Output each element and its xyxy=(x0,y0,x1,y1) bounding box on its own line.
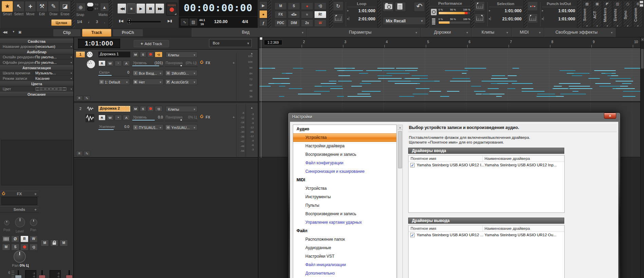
midi-note[interactable] xyxy=(378,78,402,79)
snap-duration-button[interactable]: Целая xyxy=(51,19,72,26)
stop-button[interactable]: ■ xyxy=(127,3,136,14)
read-automation-button[interactable]: R xyxy=(20,236,29,242)
track1-archive-button[interactable]: A xyxy=(123,60,130,66)
nav-item[interactable]: Дополнительно xyxy=(293,269,396,278)
midi-note[interactable] xyxy=(298,94,321,94)
midi-note[interactable] xyxy=(447,91,459,92)
midi-note[interactable] xyxy=(554,86,562,87)
property-row[interactable]: Название дорожки(несколько)▾ xyxy=(0,44,73,49)
mix-≈-button[interactable]: ≈ xyxy=(301,11,313,18)
mix-S-button[interactable]: S xyxy=(288,2,300,10)
selection-start-icon[interactable] xyxy=(475,1,485,11)
punch-out-row[interactable]: ▸▏1:01:000 xyxy=(542,15,576,23)
scroll-up-icon[interactable]: ▲ xyxy=(398,125,402,130)
midi-note[interactable] xyxy=(351,86,362,87)
nav-item[interactable]: Настройки VST xyxy=(293,252,396,261)
midi-note[interactable] xyxy=(611,75,618,76)
midi-note[interactable] xyxy=(595,83,611,84)
midi-note[interactable] xyxy=(357,94,370,94)
midi-note[interactable] xyxy=(263,68,272,69)
track1-name[interactable]: Дорожка 1 xyxy=(98,52,130,57)
nav-item[interactable]: Устройства xyxy=(293,184,396,193)
midi-note[interactable] xyxy=(286,73,292,74)
midi-note[interactable] xyxy=(390,81,411,81)
property-row[interactable]: Офлайн рендерингПо умолча...▾ xyxy=(0,60,73,65)
track1-patch-dropdown[interactable]: PAcstcGtrSt▼ xyxy=(165,79,197,85)
track2-pan-slider[interactable]: Панорама0% Ц xyxy=(165,114,197,121)
midi-note[interactable] xyxy=(416,88,430,89)
midi-note[interactable] xyxy=(616,88,635,89)
track1-input-dropdown[interactable]: IВсе Вход...▼ xyxy=(132,70,164,76)
driver-friendly-name[interactable]: Yamaha Steinberg USB ASIO UR12 I... xyxy=(417,163,485,167)
driver-checkbox[interactable]: ✓ xyxy=(410,163,415,167)
timeline-ruler[interactable]: 1:2:369 2345678910 xyxy=(259,37,644,48)
punch-from-selection-icon[interactable] xyxy=(528,14,538,23)
midi-note[interactable] xyxy=(512,68,519,69)
collapse-left-icon[interactable]: ◀◀ xyxy=(3,30,6,34)
nav-scrollbar[interactable]: ▲ xyxy=(397,125,403,278)
undock-icon[interactable]: ▣ xyxy=(18,30,21,34)
midi-note[interactable] xyxy=(405,70,417,71)
midi-note[interactable] xyxy=(537,94,555,94)
tab-proch[interactable]: ProCh xyxy=(113,29,143,37)
driver-friendly-name[interactable]: Yamaha Steinberg USB ASIO UR12 ... xyxy=(417,233,484,237)
track1-freeze-button[interactable]: * xyxy=(115,60,122,66)
post-knob[interactable] xyxy=(4,220,10,225)
scroll-up-icon[interactable]: ▲ xyxy=(641,38,644,41)
write-automation-button[interactable]: W xyxy=(30,236,38,242)
midi-note[interactable] xyxy=(588,78,600,79)
now-time-display[interactable]: 1:01:000 xyxy=(78,39,120,48)
description-box[interactable] xyxy=(1,140,72,185)
track1-clip-lane[interactable] xyxy=(259,48,644,102)
tool-erase-button[interactable]: Erase xyxy=(59,1,71,16)
midi-note[interactable] xyxy=(605,73,612,74)
midi-note[interactable] xyxy=(467,68,479,69)
record-arm-mini-button[interactable]: ● xyxy=(259,10,267,18)
nav-item[interactable]: Файл инициализации xyxy=(293,261,396,269)
midi-note[interactable] xyxy=(599,86,620,87)
nav-item[interactable]: Файл конфигурации xyxy=(293,159,396,167)
punch-record-icon[interactable]: ▸●◂ xyxy=(528,1,538,11)
nav-item[interactable]: Управление картами ударных xyxy=(293,218,396,227)
track1-write-button[interactable]: W xyxy=(107,60,114,66)
midi-note[interactable] xyxy=(574,73,589,74)
mix-●-button[interactable]: ● xyxy=(301,2,313,10)
midi-note[interactable] xyxy=(366,70,382,71)
nav-item[interactable]: Воспроизведение и запись xyxy=(293,150,396,159)
midi-note[interactable] xyxy=(499,81,517,81)
midi-note[interactable] xyxy=(329,81,337,81)
mix-•))-button[interactable]: •)) xyxy=(314,2,326,10)
track2-arm-button[interactable] xyxy=(147,106,154,112)
fx-power-icon[interactable] xyxy=(200,115,203,118)
property-row[interactable]: Онлайн рендерингПо умолча...▾ xyxy=(0,54,73,60)
track1-fx-bin[interactable]: FX+ xyxy=(200,60,236,66)
midi-note[interactable] xyxy=(560,94,570,94)
track2-number[interactable]: 2 xyxy=(76,106,85,112)
add-track-button[interactable]: +Add Track xyxy=(134,40,169,47)
track1-solo-button[interactable]: S xyxy=(140,52,146,57)
fader3-cap[interactable] xyxy=(66,275,73,278)
midi-note[interactable] xyxy=(462,73,467,74)
undo-button[interactable]: ↶ xyxy=(414,2,425,12)
lock-button[interactable] xyxy=(50,240,58,246)
midi-note[interactable] xyxy=(377,68,390,69)
go-to-end-button[interactable]: ▶▮ xyxy=(168,19,172,23)
midi-note[interactable] xyxy=(405,78,420,79)
midi-note[interactable] xyxy=(572,91,579,92)
midi-note[interactable] xyxy=(452,78,470,79)
track2-level-slider[interactable]: Уровень0.0 xyxy=(132,114,164,121)
side-tab-act[interactable]: ▣ACT▼ xyxy=(592,0,602,27)
midi-note[interactable] xyxy=(344,70,363,71)
track2-read-button[interactable]: R xyxy=(98,115,106,121)
nav-item[interactable]: Синхронизация и кэширование xyxy=(293,167,396,176)
track2-output-dropdown[interactable]: OYmSUAU...▼ xyxy=(165,124,197,130)
track1-mute-button[interactable]: M xyxy=(132,52,139,57)
selection-end-row[interactable]: ▸▏21:01:000 xyxy=(489,15,522,23)
loop-end-row[interactable]: ▸▏2:01:000 xyxy=(347,15,376,23)
track2-name-edit[interactable]: Дорожка 2 xyxy=(98,106,130,112)
mix-M-button[interactable]: M xyxy=(274,2,287,10)
menu-4[interactable]: Клипы▼ xyxy=(472,28,512,37)
snap-grid-button[interactable]: ⊕ xyxy=(76,3,86,12)
mix-R!-button[interactable]: R! xyxy=(314,11,326,18)
property-row[interactable]: Шкала времениМузыкаль...▾ xyxy=(0,70,73,76)
